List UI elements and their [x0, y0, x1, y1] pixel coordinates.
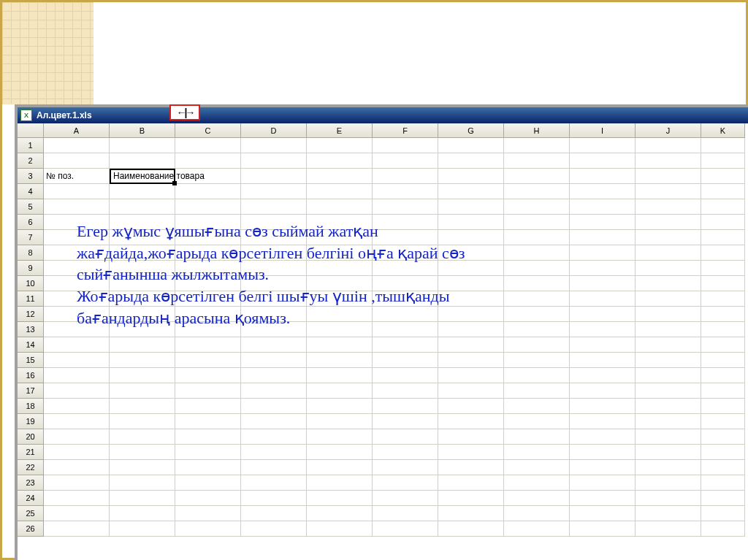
cell-I20[interactable]: [570, 429, 636, 445]
cell-H15[interactable]: [504, 353, 570, 368]
cell-B18[interactable]: [110, 399, 175, 414]
cell-H14[interactable]: [504, 337, 570, 353]
cell-F25[interactable]: [373, 506, 438, 521]
column-header-G[interactable]: G: [438, 123, 504, 138]
cell-F15[interactable]: [373, 353, 438, 368]
cell-D26[interactable]: [241, 521, 307, 537]
cell-H19[interactable]: [504, 414, 570, 429]
cell-J3[interactable]: [636, 169, 701, 184]
cell-C20[interactable]: [175, 429, 241, 445]
cell-K25[interactable]: [701, 506, 745, 521]
cell-F19[interactable]: [373, 414, 438, 429]
cell-K7[interactable]: [701, 230, 745, 245]
row-header-19[interactable]: 19: [18, 414, 44, 429]
cell-G23[interactable]: [438, 475, 504, 491]
cell-F3[interactable]: [373, 169, 438, 184]
cell-H2[interactable]: [504, 153, 570, 169]
cell-B22[interactable]: [110, 460, 175, 475]
row-header-3[interactable]: 3: [18, 169, 44, 184]
cell-B26[interactable]: [110, 521, 175, 537]
cell-I23[interactable]: [570, 475, 636, 491]
cell-G15[interactable]: [438, 353, 504, 368]
cell-I17[interactable]: [570, 383, 636, 399]
column-header-B[interactable]: B: [110, 123, 175, 138]
cell-J22[interactable]: [636, 460, 701, 475]
cell-D18[interactable]: [241, 399, 307, 414]
cell-E24[interactable]: [307, 491, 373, 506]
row-header-15[interactable]: 15: [18, 353, 44, 368]
cell-B25[interactable]: [110, 506, 175, 521]
cell-E26[interactable]: [307, 521, 373, 537]
select-all-corner[interactable]: [18, 123, 44, 138]
cell-D16[interactable]: [241, 368, 307, 383]
cell-C26[interactable]: [175, 521, 241, 537]
cell-K12[interactable]: [701, 307, 745, 322]
cell-K5[interactable]: [701, 199, 745, 215]
cell-F23[interactable]: [373, 475, 438, 491]
cell-G26[interactable]: [438, 521, 504, 537]
row-header-26[interactable]: 26: [18, 521, 44, 537]
cell-C21[interactable]: [175, 445, 241, 460]
cell-K1[interactable]: [701, 138, 745, 153]
cell-K8[interactable]: [701, 245, 745, 261]
cell-F20[interactable]: [373, 429, 438, 445]
cell-A5[interactable]: [44, 199, 110, 215]
cell-D20[interactable]: [241, 429, 307, 445]
cell-B17[interactable]: [110, 383, 175, 399]
cell-G20[interactable]: [438, 429, 504, 445]
cell-J26[interactable]: [636, 521, 701, 537]
cell-K16[interactable]: [701, 368, 745, 383]
cell-G22[interactable]: [438, 460, 504, 475]
cell-E18[interactable]: [307, 399, 373, 414]
cell-G1[interactable]: [438, 138, 504, 153]
cell-B24[interactable]: [110, 491, 175, 506]
cell-D21[interactable]: [241, 445, 307, 460]
cell-J13[interactable]: [636, 322, 701, 337]
cell-I25[interactable]: [570, 506, 636, 521]
cell-K9[interactable]: [701, 261, 745, 276]
cell-C24[interactable]: [175, 491, 241, 506]
cell-J12[interactable]: [636, 307, 701, 322]
cell-F4[interactable]: [373, 184, 438, 199]
cell-J25[interactable]: [636, 506, 701, 521]
cell-H22[interactable]: [504, 460, 570, 475]
cell-K6[interactable]: [701, 215, 745, 230]
cell-H3[interactable]: [504, 169, 570, 184]
cell-J16[interactable]: [636, 368, 701, 383]
row-header-11[interactable]: 11: [18, 291, 44, 307]
cell-J4[interactable]: [636, 184, 701, 199]
cell-E20[interactable]: [307, 429, 373, 445]
cell-K14[interactable]: [701, 337, 745, 353]
cell-E22[interactable]: [307, 460, 373, 475]
cell-E17[interactable]: [307, 383, 373, 399]
cell-F17[interactable]: [373, 383, 438, 399]
cell-D5[interactable]: [241, 199, 307, 215]
cell-K19[interactable]: [701, 414, 745, 429]
cell-F2[interactable]: [373, 153, 438, 169]
cell-D3[interactable]: [241, 169, 307, 184]
document-titlebar[interactable]: X Ал.цвет.1.xls: [18, 107, 748, 123]
row-header-18[interactable]: 18: [18, 399, 44, 414]
cell-J15[interactable]: [636, 353, 701, 368]
cell-E19[interactable]: [307, 414, 373, 429]
cell-B1[interactable]: [110, 138, 175, 153]
cell-E1[interactable]: [307, 138, 373, 153]
cell-I12[interactable]: [570, 307, 636, 322]
column-header-D[interactable]: D: [241, 123, 307, 138]
cell-K2[interactable]: [701, 153, 745, 169]
cell-G2[interactable]: [438, 153, 504, 169]
cell-I14[interactable]: [570, 337, 636, 353]
cell-K17[interactable]: [701, 383, 745, 399]
row-header-4[interactable]: 4: [18, 184, 44, 199]
cell-H5[interactable]: [504, 199, 570, 215]
cell-H17[interactable]: [504, 383, 570, 399]
cell-B15[interactable]: [110, 353, 175, 368]
cell-A24[interactable]: [44, 491, 110, 506]
cell-D1[interactable]: [241, 138, 307, 153]
cell-C2[interactable]: [175, 153, 241, 169]
cell-C17[interactable]: [175, 383, 241, 399]
cell-D23[interactable]: [241, 475, 307, 491]
cell-D15[interactable]: [241, 353, 307, 368]
cell-B23[interactable]: [110, 475, 175, 491]
cell-B3[interactable]: Наименование товара: [110, 169, 175, 184]
